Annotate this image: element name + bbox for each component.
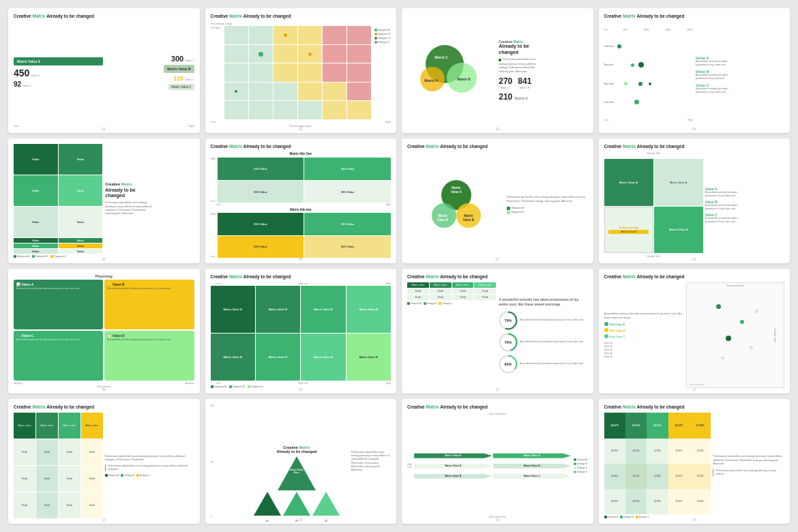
slide-4: Creative Matrix Already to be changed 0%… xyxy=(599,8,790,133)
slide-7-title: Creative Matrix Already to be changed xyxy=(407,144,588,149)
slide-2-number: 02 xyxy=(299,127,303,131)
svg-text:Matrix: Matrix xyxy=(464,214,473,218)
slide-2-title: Creative Matrix Already to be changed xyxy=(211,14,391,19)
slide-6-title: Creative Matrix Already to be changed xyxy=(211,144,391,149)
svg-text:Matrix: Matrix xyxy=(438,214,447,218)
slide-2: Creative Matrix Already to be changed Pe… xyxy=(205,8,397,133)
slide-5-number: 05 xyxy=(102,257,106,261)
svg-text:70%: 70% xyxy=(505,340,512,344)
svg-text:Matrix C: Matrix C xyxy=(434,55,448,59)
slide-5: Value Value Value Value Value Value Valu… xyxy=(8,138,200,263)
svg-text:Value B: Value B xyxy=(437,218,449,222)
slide-10: Creative Matrix Already to be changed Lo… xyxy=(205,269,397,394)
slide-15-title: Creative Matrix Already to be changed xyxy=(407,404,588,410)
slide-6: Creative Matrix Already to be changed Ma… xyxy=(205,138,397,263)
slide-10-number: 10 xyxy=(299,387,303,391)
slide-14-number: 14 xyxy=(299,518,303,522)
slide-11-number: 11 xyxy=(495,387,499,391)
slide-12-number: 12 xyxy=(692,387,696,391)
slide-7: Creative Matrix Already to be changed Ma… xyxy=(402,138,593,263)
slide-9: Planning 📊 Value A A wonderful serenity … xyxy=(8,269,200,394)
slide-10-title: Creative Matrix Already to be changed xyxy=(211,274,391,280)
slide-11-title: Creative Matrix Already to be changed xyxy=(407,274,588,280)
svg-text:Value B: Value B xyxy=(463,218,475,222)
slide-8: Creative Matrix Already to be changed Sa… xyxy=(599,138,790,263)
svg-text:Matrix A: Matrix A xyxy=(424,78,438,83)
svg-text:Matrix: Matrix xyxy=(452,186,461,190)
slide-16-number: 16 xyxy=(692,518,696,522)
slide-1-title: Creative Matrix Already to be changed xyxy=(14,14,194,19)
slide-14: 100 50 0 Creative MatrixAlready to be ch… xyxy=(205,399,397,524)
svg-text:Value A: Value A xyxy=(451,190,462,194)
svg-text:Matrix B: Matrix B xyxy=(457,77,471,81)
slide-13: Creative Matrix Already to be changed Ma… xyxy=(8,399,200,524)
svg-text:60%: 60% xyxy=(505,362,512,366)
slide-13-number: 13 xyxy=(102,518,106,522)
slide-1: Creative Matrix Already to be changed Ma… xyxy=(8,8,200,133)
slide-8-title: Creative Matrix Already to be changed xyxy=(604,144,785,149)
slide-15-number: 15 xyxy=(495,518,499,522)
slide-12: Creative Matrix Already to be changed A … xyxy=(599,269,790,394)
slide-7-number: 07 xyxy=(495,257,499,261)
slide-13-title: Creative Matrix Already to be changed xyxy=(14,404,194,410)
svg-text:79%: 79% xyxy=(505,319,512,323)
slide-3: Matrix C Matrix B Matrix A Creative Matr… xyxy=(402,8,593,133)
slide-8-number: 08 xyxy=(692,257,696,261)
slide-4-title: Creative Matrix Already to be changed xyxy=(604,14,785,19)
slide-16: Creative Matrix Already to be changed 16… xyxy=(599,399,790,524)
slide-9-number: 09 xyxy=(102,387,106,391)
slide-1-number: 01 xyxy=(102,127,106,131)
slide-3-number: 03 xyxy=(495,127,499,131)
slide-15: Creative Matrix Already to be changed Ho… xyxy=(402,399,593,524)
slide-4-number: 04 xyxy=(692,127,696,131)
main-grid: Creative Matrix Already to be changed Ma… xyxy=(0,0,798,532)
slide-11: Creative Matrix Already to be changed Ma… xyxy=(402,269,593,394)
slide-12-title: Creative Matrix Already to be changed xyxy=(604,274,785,280)
slide-6-number: 06 xyxy=(299,257,303,261)
slide-16-title: Creative Matrix Already to be changed xyxy=(604,404,785,410)
